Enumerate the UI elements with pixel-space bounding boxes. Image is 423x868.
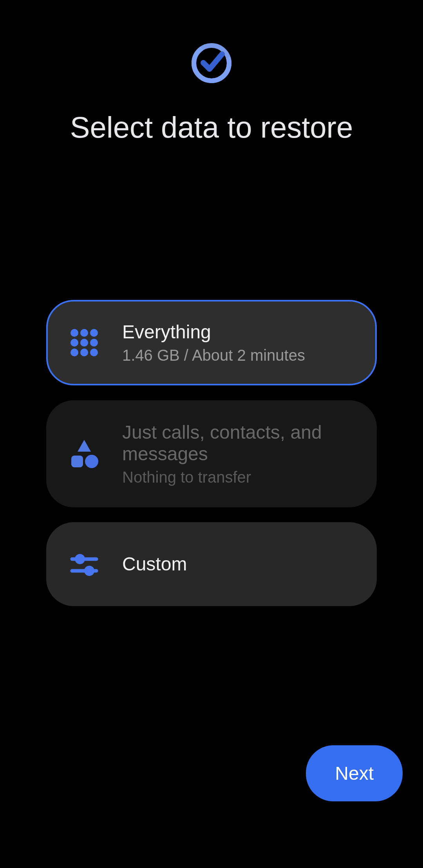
option-title: Just calls, contacts, and messages [122, 421, 355, 465]
svg-point-10 [90, 349, 98, 356]
option-everything[interactable]: Everything 1.46 GB / About 2 minutes [46, 300, 377, 385]
page-title: Select data to restore [0, 108, 423, 147]
svg-point-5 [70, 339, 78, 347]
svg-point-3 [80, 329, 88, 337]
option-title: Everything [122, 321, 355, 343]
svg-point-16 [84, 566, 94, 576]
option-custom[interactable]: Custom [46, 522, 377, 606]
svg-point-4 [90, 329, 98, 337]
option-subtitle: Nothing to transfer [122, 469, 355, 486]
checkmark-circle-icon [192, 43, 231, 85]
svg-point-6 [80, 339, 88, 347]
next-button[interactable]: Next [306, 745, 403, 801]
svg-point-2 [70, 329, 78, 337]
svg-rect-11 [71, 456, 83, 467]
option-subtitle: 1.46 GB / About 2 minutes [122, 347, 355, 364]
svg-point-12 [85, 455, 98, 468]
svg-point-8 [70, 349, 78, 356]
option-title: Custom [122, 553, 355, 575]
svg-point-9 [80, 349, 88, 356]
grid-icon [68, 327, 100, 359]
svg-point-14 [75, 554, 85, 564]
shapes-icon [68, 438, 100, 470]
option-calls-contacts-messages: Just calls, contacts, and messages Nothi… [46, 400, 377, 507]
sliders-icon [68, 548, 100, 580]
svg-point-7 [90, 339, 98, 347]
